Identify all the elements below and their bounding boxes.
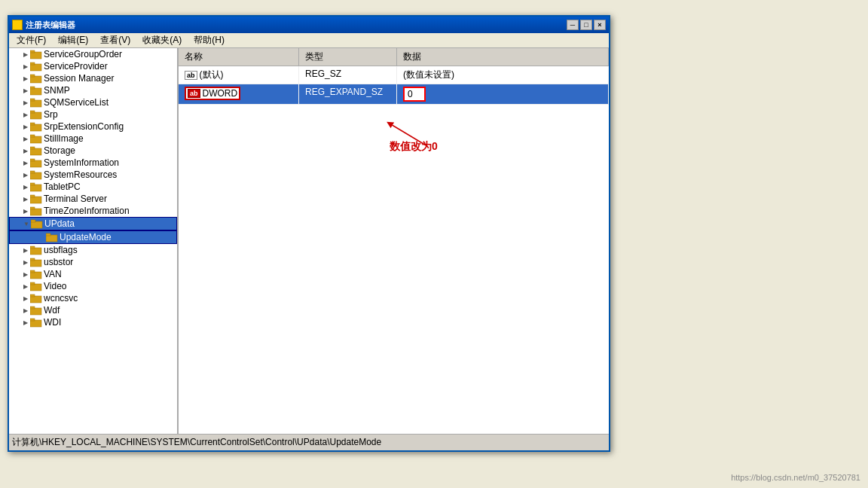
svg-rect-7 (30, 87, 35, 89)
svg-rect-32 (30, 248, 41, 255)
tree-expand-icon[interactable]: ▶ (21, 246, 30, 255)
tree-expand-icon[interactable]: ▶ (21, 122, 30, 131)
svg-rect-17 (30, 147, 35, 149)
tree-expand-icon[interactable]: ▶ (21, 282, 30, 291)
tree-item[interactable]: ▶ usbstor (9, 256, 177, 268)
tree-item[interactable]: ▶ WDI (9, 316, 177, 328)
menu-file[interactable]: 文件(F) (11, 32, 52, 48)
tree-item[interactable]: ▶ Storage (9, 145, 177, 157)
table-row-dword[interactable]: ab DWORD REG_EXPAND_SZ 0 (179, 84, 609, 105)
tree-expand-icon[interactable]: ▶ (21, 50, 30, 59)
tree-expand-icon[interactable]: ▶ (21, 158, 30, 167)
tree-expand-icon[interactable]: ▶ (21, 258, 30, 267)
svg-rect-38 (30, 284, 41, 291)
cell-data-dword: 0 (397, 84, 609, 104)
svg-rect-20 (30, 172, 41, 179)
tree-item[interactable]: ▶ Srp (9, 108, 177, 120)
cell-data-default: (数值未设置) (397, 66, 609, 84)
tree-item-label: wcncsvc (44, 293, 78, 303)
tree-item[interactable]: ▶ Session Manager (9, 72, 177, 84)
tree-expand-icon[interactable]: ▼ (22, 219, 31, 228)
tree-item[interactable]: ▶ TabletPC (9, 181, 177, 193)
folder-icon (30, 157, 42, 168)
header-name[interactable]: 名称 (179, 48, 299, 66)
tree-item-label: StillImage (44, 133, 84, 144)
tree-item[interactable]: ▶ StillImage (9, 133, 177, 145)
folder-icon (30, 269, 42, 279)
folder-icon (30, 169, 42, 180)
tree-expand-icon[interactable]: ▶ (21, 74, 30, 83)
minimize-button[interactable]: ─ (567, 20, 579, 30)
tree-item-label: Srp (44, 109, 58, 120)
tree-item[interactable]: ▶ SrpExtensionConfig (9, 120, 177, 133)
svg-rect-1 (30, 50, 35, 53)
table-row[interactable]: ab (默认) REG_SZ (数值未设置) (179, 66, 609, 84)
tree-expand-icon[interactable]: ▶ (21, 194, 30, 203)
close-button[interactable]: × (594, 20, 606, 30)
menu-view[interactable]: 查看(V) (94, 32, 136, 48)
tree-item-label: UpdateMode (60, 232, 112, 242)
tree-expand-icon[interactable] (37, 233, 46, 242)
tree-item[interactable]: ▶ ServiceProvider (9, 60, 177, 72)
svg-rect-43 (30, 307, 35, 309)
tree-expand-icon[interactable]: ▶ (21, 318, 30, 327)
tree-item[interactable]: ▶ VAN (9, 268, 177, 280)
svg-rect-12 (30, 124, 41, 131)
tree-item-label: Wdf (44, 305, 60, 316)
folder-icon (30, 73, 42, 84)
title-bar: 注册表编辑器 ─ □ × (9, 17, 609, 33)
tree-panel[interactable]: ▶ ServiceGroupOrder▶ ServiceProvider▶ Se… (9, 48, 179, 434)
menu-help[interactable]: 帮助(H) (188, 32, 231, 48)
tree-expand-icon[interactable]: ▶ (21, 62, 30, 71)
tree-expand-icon[interactable]: ▶ (21, 182, 30, 191)
svg-rect-42 (30, 308, 41, 315)
folder-icon (30, 194, 42, 204)
tree-item[interactable]: ▶ wcncsvc (9, 292, 177, 304)
default-name-label: (默认) (200, 69, 224, 81)
tree-item[interactable]: ▶ SystemInformation (9, 157, 177, 169)
tree-item[interactable]: ▶ Terminal Server (9, 193, 177, 205)
tree-item-label: usbflags (44, 245, 78, 255)
tree-expand-icon[interactable]: ▶ (21, 86, 30, 95)
svg-rect-45 (30, 319, 35, 321)
svg-rect-40 (30, 296, 41, 303)
svg-rect-3 (30, 63, 35, 65)
tree-expand-icon[interactable]: ▶ (21, 170, 30, 179)
header-data[interactable]: 数据 (397, 48, 609, 66)
tree-item[interactable]: ▶ SQMServiceList (9, 96, 177, 108)
tree-item-label: Video (44, 281, 66, 291)
cell-name-default: ab (默认) (179, 66, 299, 84)
tree-item[interactable]: ▶ SNMP (9, 84, 177, 96)
tree-expand-icon[interactable]: ▶ (21, 98, 30, 107)
svg-rect-26 (30, 209, 41, 215)
tree-item[interactable]: ▶ TimeZoneInformation (9, 205, 177, 217)
tree-item-label: Terminal Server (44, 194, 107, 204)
tree-expand-icon[interactable]: ▶ (21, 146, 30, 155)
svg-rect-16 (30, 148, 41, 155)
header-type[interactable]: 类型 (299, 48, 397, 66)
maximize-button[interactable]: □ (580, 20, 592, 30)
tree-item[interactable]: ▶ Wdf (9, 304, 177, 316)
cell-type-default: REG_SZ (299, 66, 397, 84)
right-panel-inner: 名称 类型 数据 ab (默认) (179, 48, 609, 434)
tree-item[interactable]: ▶ Video (9, 280, 177, 292)
menu-edit[interactable]: 编辑(E) (52, 32, 94, 48)
tree-item[interactable]: ▶ ServiceGroupOrder (9, 48, 177, 60)
dword-name-label: DWORD (203, 88, 238, 99)
tree-expand-icon[interactable]: ▶ (21, 306, 30, 315)
tree-expand-icon[interactable]: ▶ (21, 134, 30, 143)
menu-favorites[interactable]: 收藏夹(A) (136, 32, 188, 48)
svg-rect-27 (30, 207, 35, 209)
tree-expand-icon[interactable]: ▶ (21, 294, 30, 303)
right-panel: 名称 类型 数据 ab (默认) (179, 48, 609, 434)
tree-item[interactable]: UpdateMode (9, 230, 177, 244)
tree-expand-icon[interactable]: ▶ (21, 206, 30, 215)
tree-item[interactable]: ▶ usbflags (9, 244, 177, 256)
tree-expand-icon[interactable]: ▶ (21, 110, 30, 119)
svg-rect-28 (31, 221, 42, 228)
value-box: 0 (403, 87, 426, 102)
tree-item[interactable]: ▼ UPdata (9, 217, 177, 230)
folder-icon (31, 218, 43, 229)
tree-item[interactable]: ▶ SystemResources (9, 169, 177, 181)
tree-expand-icon[interactable]: ▶ (21, 270, 30, 279)
